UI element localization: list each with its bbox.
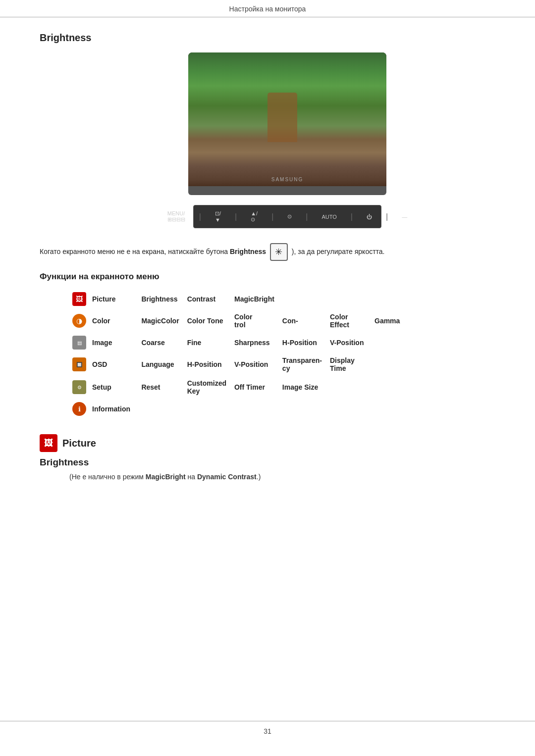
- menu-name-picture: Picture: [89, 289, 138, 309]
- ctrl-nav1: ⊡/▼: [215, 210, 221, 223]
- monitor-scene: [188, 52, 386, 186]
- brightness-sub-heading: Brightness: [40, 457, 495, 468]
- brightness-section-title: Brightness: [40, 32, 495, 44]
- main-content: Brightness MENU/⊞⊟⊟⊟ | ⊡/▼ | ▲/⊙ | ⊙ | A…: [0, 17, 535, 510]
- menu-name-information: Information: [89, 399, 138, 419]
- table-row: ◑ Color MagicColor Color Tone Colortrol …: [69, 309, 416, 332]
- page-header: Настройка на монитора: [0, 0, 535, 17]
- brightness-bottom-note: (Не е налично в режим MagicBright на Dyn…: [69, 473, 495, 481]
- menu-item: Transparen-cy: [279, 353, 327, 376]
- brightness-note: Когато екранното меню не е на екрана, на…: [40, 243, 495, 261]
- menu-item: V-Position: [231, 353, 279, 376]
- ctrl-auto: AUTO: [321, 214, 336, 220]
- picture-section-heading: 🖼 Picture: [40, 434, 495, 452]
- menu-item: Reset: [138, 376, 184, 399]
- icon-color: ◑: [72, 314, 86, 328]
- menu-item: H-Position: [184, 353, 231, 376]
- icon-information: ℹ: [72, 402, 86, 416]
- menu-item: MagicColor: [138, 309, 184, 332]
- menu-item: Contrast: [184, 289, 231, 309]
- menu-item: Display Time: [327, 353, 372, 376]
- table-row: 🖼 Picture Brightness Contrast MagicBrigh…: [69, 289, 416, 309]
- menu-item: Coarse: [138, 332, 184, 353]
- header-title: Настройка на монитора: [229, 5, 306, 13]
- monitor-image: [188, 52, 386, 186]
- ctrl-nav2: ▲/⊙: [251, 210, 258, 223]
- ctrl-power: ⏻: [367, 214, 372, 220]
- icon-osd: 🔲: [72, 357, 86, 371]
- table-row: ⚙ Setup Reset CustomizedKey Off Timer Im…: [69, 376, 416, 399]
- page-number: 31: [264, 727, 271, 735]
- menu-name-image: Image: [89, 332, 138, 353]
- monitor-image-container: MENU/⊞⊟⊟⊟ | ⊡/▼ | ▲/⊙ | ⊙ | AUTO | ⏻ | —: [79, 52, 495, 228]
- ctrl-menu: MENU/⊞⊟⊟⊟: [167, 210, 185, 223]
- ctrl-minus: —: [402, 214, 407, 220]
- picture-heading-text: Picture: [62, 438, 96, 449]
- page-footer: 31: [0, 721, 535, 741]
- menu-table: 🖼 Picture Brightness Contrast MagicBrigh…: [69, 289, 416, 419]
- table-row: 🔲 OSD Language H-Position V-Position Tra…: [69, 353, 416, 376]
- menu-name-setup: Setup: [89, 376, 138, 399]
- monitor-controls-bar: MENU/⊞⊟⊟⊟ | ⊡/▼ | ▲/⊙ | ⊙ | AUTO | ⏻ | —: [193, 205, 381, 228]
- menu-item: H-Position: [279, 332, 327, 353]
- menu-item: Image Size: [279, 376, 327, 399]
- menu-item: MagicBright: [231, 289, 279, 309]
- table-row: ℹ Information: [69, 399, 416, 419]
- icon-setup: ⚙: [72, 380, 86, 394]
- menu-item: Fine: [184, 332, 231, 353]
- table-row: ▤ Image Coarse Fine Sharpness H-Position…: [69, 332, 416, 353]
- menu-item: Color Tone: [184, 309, 231, 332]
- menu-name-color: Color: [89, 309, 138, 332]
- menu-item: Colortrol: [231, 309, 279, 332]
- picture-icon-large: 🖼: [40, 434, 57, 452]
- menu-item: CustomizedKey: [184, 376, 231, 399]
- menu-item: V-Position: [327, 332, 372, 353]
- menu-item: Off Timer: [231, 376, 279, 399]
- icon-picture: 🖼: [72, 292, 86, 306]
- ctrl-circle: ⊙: [287, 213, 292, 220]
- menu-item: Brightness: [138, 289, 184, 309]
- submenu-title: Функции на екранното меню: [40, 272, 495, 282]
- menu-item: Color Effect: [327, 309, 372, 332]
- menu-name-osd: OSD: [89, 353, 138, 376]
- monitor-stand: [188, 186, 386, 195]
- menu-item: Gamma: [372, 309, 416, 332]
- menu-item: Con-: [279, 309, 327, 332]
- menu-item: Language: [138, 353, 184, 376]
- icon-image: ▤: [72, 336, 86, 350]
- brightness-button-icon: ✳: [270, 243, 288, 261]
- menu-item: Sharpness: [231, 332, 279, 353]
